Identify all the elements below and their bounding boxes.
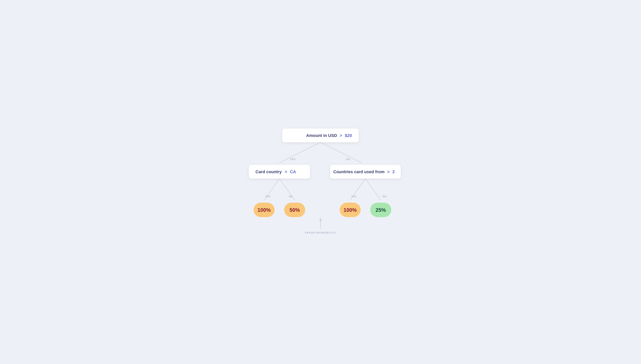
decision-tree-diagram: Amount in USD > $20 YES NO Card country …	[235, 125, 406, 239]
right-yes-leaf: 100%	[343, 207, 357, 213]
tree-svg: Amount in USD > $20 YES NO Card country …	[238, 125, 403, 239]
right-no-label: NO	[382, 195, 387, 198]
svg-line-8	[365, 178, 381, 200]
right-no-leaf: 25%	[376, 207, 386, 213]
root-label: Amount in USD > $20	[306, 133, 352, 138]
svg-line-2	[320, 142, 362, 163]
left-yes-label: YES	[265, 195, 271, 198]
left-node-label: Card country = CA	[256, 170, 296, 174]
root-yes-label: YES	[290, 158, 295, 160]
root-no-label: NO	[346, 158, 350, 160]
right-node-label: Countries card used from > 2	[333, 170, 395, 174]
right-yes-label: YES	[351, 195, 357, 198]
left-no-leaf: 50%	[290, 207, 300, 213]
left-yes-leaf: 100%	[257, 207, 271, 213]
svg-line-1	[279, 142, 320, 163]
left-no-label: NO	[289, 195, 293, 198]
fraud-probability-label: FRAUD PROBABILITY	[305, 231, 336, 234]
